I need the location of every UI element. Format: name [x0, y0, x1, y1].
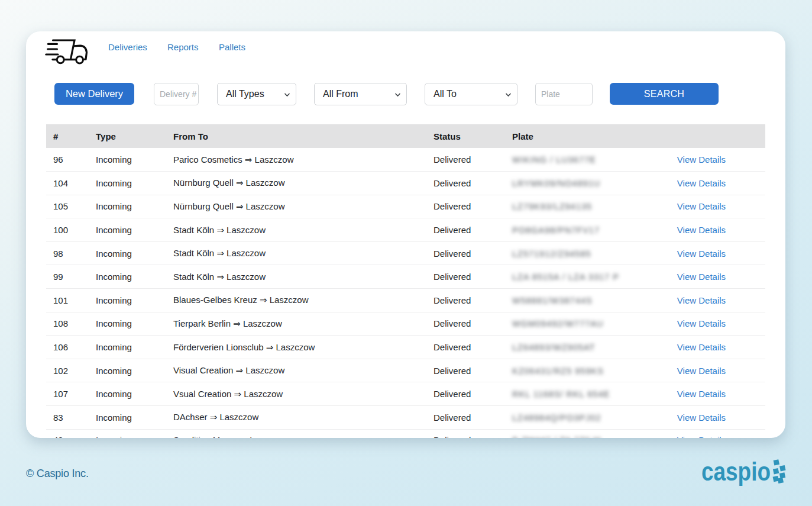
- svg-text:caspio: caspio: [701, 456, 771, 486]
